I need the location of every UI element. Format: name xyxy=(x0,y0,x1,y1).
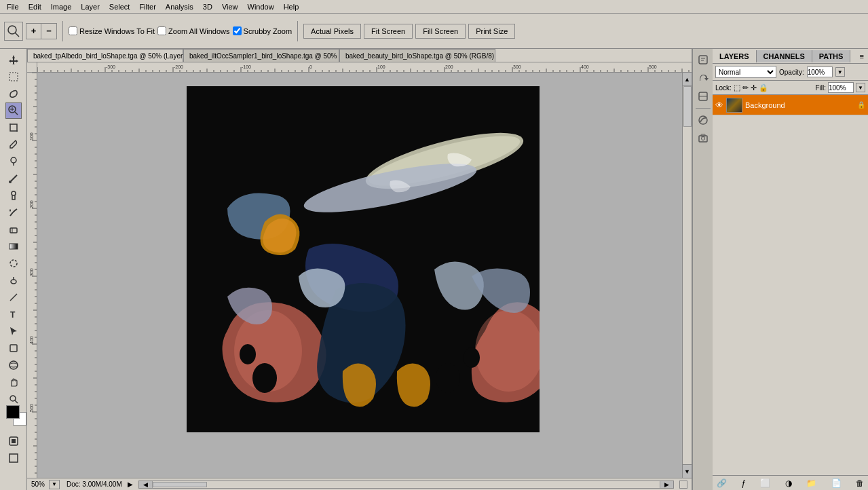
eraser-tool[interactable] xyxy=(5,221,22,238)
gradient-tool[interactable] xyxy=(5,238,22,255)
layer-background-row[interactable]: 👁 Background 🔒 xyxy=(713,95,868,115)
doc-info-arrow[interactable]: ▶ xyxy=(128,480,133,488)
blend-mode-select[interactable]: Normal Multiply Screen Overlay xyxy=(715,66,776,78)
canvas-image xyxy=(187,86,540,432)
mini-tools-separator xyxy=(696,108,711,109)
move-tool[interactable] xyxy=(5,52,22,68)
layer-visibility-icon[interactable]: 👁 xyxy=(715,100,723,110)
history-brush-tool[interactable] xyxy=(5,204,22,221)
color-swatch[interactable] xyxy=(6,405,26,426)
new-layer-button[interactable]: 📄 xyxy=(831,478,842,488)
menu-file[interactable]: File xyxy=(3,1,23,12)
zoom-dropdown-button[interactable]: ▼ xyxy=(49,480,60,489)
delete-layer-button[interactable]: 🗑 xyxy=(856,478,864,488)
lock-pixels-icon[interactable]: ✏ xyxy=(742,83,749,92)
blur-tool[interactable] xyxy=(5,255,22,271)
zoom-tool-icon[interactable] xyxy=(4,22,23,41)
resize-windows-checkbox-group[interactable]: Resize Windows To Fit xyxy=(69,26,155,35)
marquee-tool[interactable] xyxy=(5,69,22,85)
mini-tool-1[interactable] xyxy=(695,52,711,68)
layers-tab[interactable]: LAYERS xyxy=(713,50,757,62)
menu-layer[interactable]: Layer xyxy=(77,1,104,12)
fit-screen-button[interactable]: Fit Screen xyxy=(364,24,413,39)
svg-rect-27 xyxy=(12,439,16,443)
add-style-button[interactable]: ƒ xyxy=(741,478,746,488)
channels-tab[interactable]: CHANNELS xyxy=(757,50,812,62)
zoom-out-button[interactable]: − xyxy=(41,24,56,39)
link-layers-button[interactable]: 🔗 xyxy=(717,478,727,488)
print-size-button[interactable]: Print Size xyxy=(468,24,515,39)
zoom-all-checkbox-group[interactable]: Zoom All Windows xyxy=(157,26,229,35)
tab-1[interactable]: baked_iltOccSampler1_bird_loShape.tga @ … xyxy=(183,49,339,62)
vertical-scrollbar[interactable]: ▲ ▼ xyxy=(682,73,692,478)
lock-all-icon[interactable]: 🔒 xyxy=(759,83,768,92)
mini-tool-2[interactable] xyxy=(695,70,711,86)
tab-0[interactable]: baked_tpAlbedo_bird_loShape.tga @ 50% (L… xyxy=(27,49,183,62)
menu-3d[interactable]: 3D xyxy=(199,1,216,12)
menu-image[interactable]: Image xyxy=(47,1,76,12)
3d-tool[interactable] xyxy=(5,357,22,373)
shape-tool[interactable] xyxy=(5,340,22,356)
pen-tool[interactable] xyxy=(5,289,22,305)
panel-menu-button[interactable]: ≡ xyxy=(856,51,868,62)
menu-analysis[interactable]: Analysis xyxy=(162,1,197,12)
tab-2[interactable]: baked_beauty_bird_loShape.tga @ 50% (RGB… xyxy=(339,49,495,62)
scroll-up-button[interactable]: ▲ xyxy=(683,73,692,86)
scroll-left-button[interactable]: ◀ xyxy=(139,481,153,488)
svg-point-8 xyxy=(11,157,16,163)
path-select-tool[interactable] xyxy=(5,323,22,339)
new-group-button[interactable]: 📁 xyxy=(806,478,816,488)
fill-screen-button[interactable]: Fill Screen xyxy=(415,24,466,39)
scroll-down-button[interactable]: ▼ xyxy=(683,464,692,478)
eyedropper-tool[interactable] xyxy=(5,136,22,153)
layers-lock: Lock: ⬚ ✏ ✛ 🔒 Fill: ▼ xyxy=(713,81,868,95)
lasso-tool[interactable] xyxy=(5,86,22,102)
actual-pixels-button[interactable]: Actual Pixels xyxy=(303,24,361,39)
crop-tool[interactable] xyxy=(5,119,22,136)
opacity-input[interactable] xyxy=(807,67,833,77)
hand-tool[interactable] xyxy=(5,374,22,390)
foreground-color-swatch[interactable] xyxy=(6,405,20,419)
canvas-scroll[interactable]: ▲ ▼ xyxy=(37,73,692,478)
menu-edit[interactable]: Edit xyxy=(24,1,45,12)
screen-mode-button[interactable] xyxy=(5,450,22,466)
mini-tool-camera[interactable] xyxy=(695,130,711,147)
menu-window[interactable]: Window xyxy=(244,1,278,12)
opacity-arrow[interactable]: ▼ xyxy=(835,67,845,77)
healing-brush-tool[interactable] xyxy=(5,153,22,170)
brush-tool[interactable] xyxy=(5,170,22,187)
paths-tab[interactable]: PATHS xyxy=(812,50,851,62)
quick-mask-button[interactable] xyxy=(5,433,22,449)
scroll-right-button[interactable]: ▶ xyxy=(660,481,673,488)
clone-stamp-tool[interactable] xyxy=(5,187,22,204)
new-adjustment-button[interactable]: ◑ xyxy=(785,478,792,488)
right-mini-tools xyxy=(692,49,713,490)
add-mask-button[interactable]: ⬜ xyxy=(760,478,770,488)
menu-select[interactable]: Select xyxy=(105,1,134,12)
fill-input[interactable] xyxy=(828,82,854,93)
tab-1-label: baked_iltOccSampler1_bird_loShape.tga @ … xyxy=(189,52,339,60)
menu-view[interactable]: View xyxy=(218,1,242,12)
options-bar: + − Resize Windows To Fit Zoom All Windo… xyxy=(0,14,868,49)
lock-transparency-icon[interactable]: ⬚ xyxy=(734,83,740,92)
zoom-in-button[interactable]: + xyxy=(26,24,41,39)
horizontal-scrollbar[interactable]: ◀ ▶ xyxy=(138,480,674,489)
mini-tool-curves[interactable] xyxy=(695,112,711,128)
scroll-thumb-h[interactable] xyxy=(153,482,207,487)
h-ruler-canvas-element xyxy=(37,62,692,73)
type-tool[interactable]: T xyxy=(5,306,22,322)
menu-help[interactable]: Help xyxy=(280,1,303,12)
layers-list: 👁 Background 🔒 xyxy=(713,95,868,475)
fill-arrow[interactable]: ▼ xyxy=(856,83,865,92)
zoom-all-checkbox[interactable] xyxy=(157,26,166,35)
scrubby-zoom-checkbox[interactable] xyxy=(233,26,242,35)
scrubby-zoom-checkbox-group[interactable]: Scrubby Zoom xyxy=(233,26,293,35)
scroll-thumb-v[interactable] xyxy=(683,86,692,127)
menu-filter[interactable]: Filter xyxy=(135,1,159,12)
dodge-tool[interactable] xyxy=(5,272,22,288)
mini-tool-3[interactable] xyxy=(695,88,711,105)
resize-windows-checkbox[interactable] xyxy=(69,26,77,35)
quick-select-tool[interactable] xyxy=(5,102,22,119)
lock-position-icon[interactable]: ✛ xyxy=(751,83,757,92)
vertical-ruler xyxy=(27,73,37,478)
